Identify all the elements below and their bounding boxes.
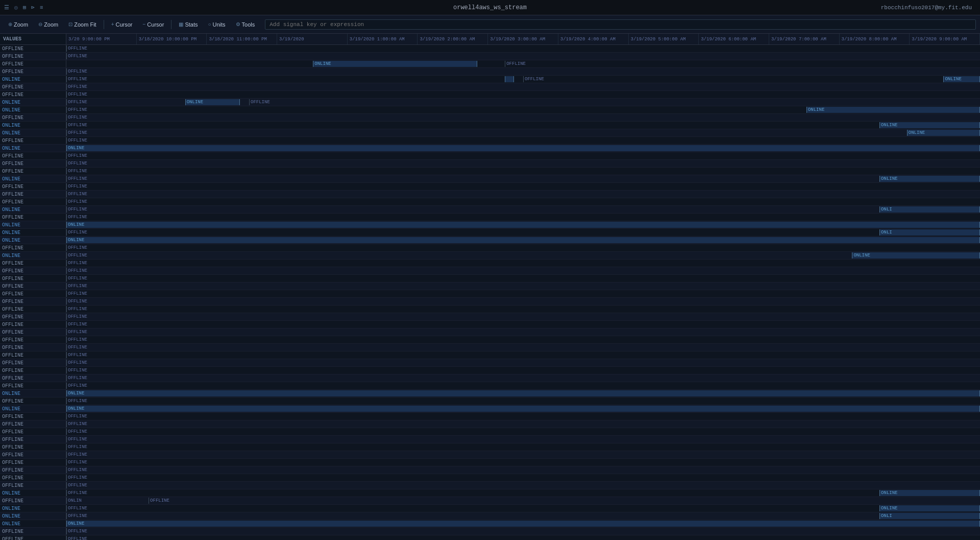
table-row: OFFLINEOFFLINE <box>0 83 980 91</box>
stats-icon: ▦ <box>179 21 183 27</box>
offline-segment: OFFLINE <box>66 444 249 450</box>
table-row: OFFLINEOFFLINE <box>0 45 980 53</box>
table-row: OFFLINEOFFLINE <box>0 428 980 436</box>
timeline-cell: ONLINE <box>66 390 980 397</box>
online-segment: ONLINE <box>313 61 477 67</box>
timeline-cell: OFFLINE <box>66 267 980 274</box>
online-segment: ONLINE <box>852 252 980 259</box>
offline-segment: OFFLINE <box>66 314 249 320</box>
offline-segment: OFFLINE <box>66 76 496 82</box>
value-cell: OFFLINE <box>0 214 66 221</box>
table-row: ONLINEOFFLINEONLI <box>0 512 980 520</box>
value-cell: OFFLINE <box>0 382 66 389</box>
timeline-cell: OFFLINE <box>66 328 980 336</box>
tools-button[interactable]: ⚙ Tools <box>232 20 259 29</box>
offline-segment: OFFLINE <box>66 206 870 213</box>
value-cell: OFFLINE <box>0 466 66 474</box>
cursor-add-button[interactable]: + Cursor <box>107 20 137 29</box>
table-row: OFFLINEOFFLINE <box>0 260 980 267</box>
time-label-10: 3/19/2020 7:00:00 AM <box>769 34 840 44</box>
zoom-fit-label: Zoom Fit <box>74 21 96 28</box>
zoom-fit-button[interactable]: ⊡ Zoom Fit <box>64 20 100 29</box>
timeline-cell: OFFLINEONLI <box>66 229 980 236</box>
offline-segment: OFFLINE <box>66 452 249 458</box>
time-labels: 3/20 9:00:00 PM 3/18/2020 10:00:00 PM 3/… <box>66 34 980 44</box>
table-row: OFFLINEOFFLINE <box>0 313 980 321</box>
offline-segment: OFFLINE <box>66 482 249 488</box>
time-label-2: 3/18/2020 11:00:00 PM <box>207 34 277 44</box>
timeline-cell: OFFLINEONLI <box>66 512 980 520</box>
value-cell: ONLINE <box>0 237 66 244</box>
online-segment: ONLINE <box>943 76 980 82</box>
table-row: OFFLINEOFFLINE <box>0 267 980 275</box>
table-row: OFFLINEOFFLINE <box>0 443 980 451</box>
online-segment: ONLI <box>879 229 980 236</box>
offline-segment: ONLIN <box>66 498 139 504</box>
table-row: OFFLINEOFFLINE <box>0 359 980 367</box>
table-row: ONLINEOFFLINEONLINE <box>0 122 980 129</box>
zoom-out-button[interactable]: ⊖ Zoom <box>34 20 62 29</box>
zoom-in-button[interactable]: ⊕ Zoom <box>4 20 32 29</box>
units-icon: ○ <box>208 21 211 27</box>
table-row: OFFLINEOFFLINE <box>0 168 980 175</box>
online-segment: ONLINE <box>185 99 240 105</box>
table-row: ONLINEONLINE <box>0 237 980 244</box>
table-row: OFFLINEOFFLINE <box>0 367 980 374</box>
offline-segment: OFFLINE <box>66 245 249 251</box>
value-cell: ONLINE <box>0 405 66 412</box>
value-cell: OFFLINE <box>0 528 66 535</box>
signal-input[interactable] <box>265 19 976 30</box>
time-label-7: 3/19/2020 4:00:00 AM <box>558 34 629 44</box>
table-row: OFFLINEOFFLINE <box>0 328 980 336</box>
value-cell: OFFLINE <box>0 290 66 297</box>
table-row: OFFLINEOFFLINE <box>0 528 980 535</box>
cursor-remove-button[interactable]: − Cursor <box>139 20 168 29</box>
timeline-cell: OFFLINE <box>66 183 980 190</box>
stats-button[interactable]: ▦ Stats <box>175 20 202 29</box>
offline-segment: OFFLINE <box>66 298 249 304</box>
menu-icon[interactable]: ≡ <box>40 5 43 11</box>
grid-icon[interactable]: ⊞ <box>23 4 27 11</box>
timeline-cell: OFFLINE <box>66 459 980 466</box>
value-cell: OFFLINE <box>0 114 66 121</box>
pin-icon[interactable]: ⊳ <box>31 4 35 11</box>
hamburger-icon[interactable]: ☰ <box>4 4 9 11</box>
table-row: OFFLINEOFFLINE <box>0 298 980 306</box>
zoom-out-label: Zoom <box>44 21 58 28</box>
value-cell: OFFLINE <box>0 183 66 190</box>
separator-2 <box>171 20 172 29</box>
table-row: OFFLINEOFFLINE <box>0 91 980 99</box>
online-segment: ONLINE <box>66 521 980 527</box>
value-cell: OFFLINE <box>0 413 66 420</box>
table-row: ONLINEOFFLINEONLINE <box>0 489 980 497</box>
table-row: OFFLINEOFFLINE <box>0 68 980 76</box>
timeline-cell: OFFLINE <box>66 45 980 52</box>
offline-segment: OFFLINE <box>66 337 249 343</box>
top-bar-left-icons: ☰ ◎ ⊞ ⊳ ≡ <box>4 4 43 11</box>
timeline-cell: OFFLINE <box>66 260 980 267</box>
offline-segment: OFFLINE <box>249 99 962 105</box>
offline-segment: OFFLINE <box>505 61 596 67</box>
offline-segment: OFFLINE <box>66 114 249 121</box>
offline-segment: OFFLINE <box>66 367 249 373</box>
timeline-cell: OFFLINE <box>66 482 980 489</box>
table-row: OFFLINEOFFLINE <box>0 214 980 221</box>
offline-segment: OFFLINE <box>66 107 797 113</box>
timeline-cell: OFFLINE <box>66 382 980 389</box>
online-segment: ONLINE <box>66 145 980 151</box>
offline-segment: OFFLINE <box>66 283 249 289</box>
timeline-cell: OFFLINEONLINE <box>66 129 980 136</box>
online-segment: ONLINE <box>806 107 980 113</box>
timeline-cell: OFFLINE <box>66 466 980 474</box>
timeline-cell: OFFLINE <box>66 68 980 75</box>
table-row: OFFLINEOFFLINE <box>0 306 980 313</box>
value-cell: OFFLINE <box>0 160 66 167</box>
time-label-5: 3/19/2020 2:00:00 AM <box>418 34 488 44</box>
offline-segment: OFFLINE <box>523 76 935 82</box>
values-column-header: VALUES <box>0 34 66 44</box>
units-button[interactable]: ○ Units <box>204 20 229 29</box>
offline-segment: OFFLINE <box>66 360 249 366</box>
offline-segment: OFFLINE <box>66 260 249 266</box>
value-cell: OFFLINE <box>0 367 66 374</box>
online-segment: ONLINE <box>66 406 980 412</box>
